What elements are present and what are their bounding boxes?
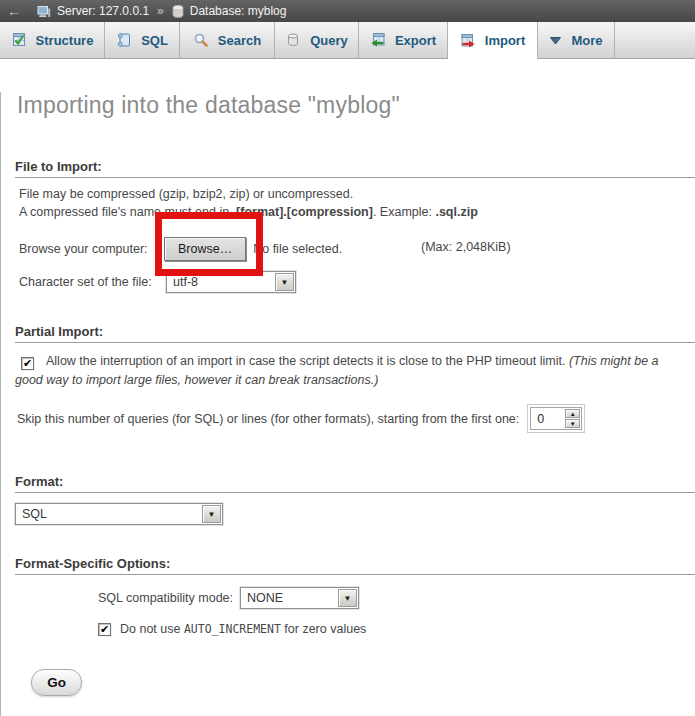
go-button[interactable]: Go bbox=[31, 669, 82, 696]
charset-select-value: utf-8 bbox=[167, 272, 274, 292]
breadcrumb-database[interactable]: Database: myblog bbox=[190, 4, 287, 18]
skip-queries-input-frame: 0 ▲ ▼ bbox=[527, 404, 585, 433]
max-size-note: (Max: 2,048KiB) bbox=[421, 240, 511, 254]
skip-queries-label: Skip this number of queries (for SQL) or… bbox=[17, 412, 519, 426]
auto-increment-suffix: for zero values bbox=[281, 622, 366, 636]
format-select-arrow-icon[interactable]: ▼ bbox=[202, 505, 221, 523]
sql-compatibility-arrow-icon[interactable]: ▼ bbox=[338, 589, 357, 607]
tab-search-label: Search bbox=[218, 33, 261, 48]
skip-queries-value: 0 bbox=[531, 408, 564, 429]
allow-interruption-row: ✔Allow the interruption of an import in … bbox=[15, 352, 681, 390]
tab-sql[interactable]: SQL bbox=[105, 22, 180, 58]
auto-increment-keyword: AUTO_INCREMENT bbox=[184, 622, 281, 636]
compression-note: File may be compressed (gzip, bzip2, zip… bbox=[19, 185, 679, 221]
filename-example: .sql.zip bbox=[435, 205, 477, 219]
spinner-down-icon[interactable]: ▼ bbox=[565, 419, 580, 428]
section-heading-format: Format: bbox=[15, 474, 695, 493]
filename-note-mid: . Example: bbox=[373, 205, 436, 219]
section-heading-partial-import: Partial Import: bbox=[15, 324, 695, 343]
charset-select[interactable]: utf-8 ▼ bbox=[166, 271, 296, 293]
section-heading-file-to-import: File to Import: bbox=[15, 159, 695, 178]
spinner-up-icon[interactable]: ▲ bbox=[565, 409, 580, 418]
sql-icon bbox=[116, 32, 132, 48]
tab-query[interactable]: Query bbox=[275, 22, 359, 58]
breadcrumb-separator: » bbox=[155, 4, 166, 18]
main-content: Importing into the database "myblog" Fil… bbox=[0, 92, 695, 716]
auto-increment-row: ✔ Do not use AUTO_INCREMENT for zero val… bbox=[98, 622, 695, 636]
sql-compatibility-row: SQL compatibility mode: NONE ▼ bbox=[98, 587, 695, 609]
database-icon bbox=[172, 5, 184, 18]
auto-increment-checkbox[interactable]: ✔ bbox=[98, 623, 111, 636]
back-arrow-icon[interactable]: ← bbox=[7, 3, 21, 19]
server-icon bbox=[37, 5, 51, 18]
tab-bar: Structure SQL Search Query Export bbox=[0, 22, 695, 59]
allow-interruption-text: Allow the interruption of an import in c… bbox=[46, 354, 569, 368]
skip-queries-row: Skip this number of queries (for SQL) or… bbox=[17, 404, 695, 433]
section-heading-format-specific: Format-Specific Options: bbox=[15, 556, 695, 575]
auto-increment-prefix: Do not use bbox=[120, 622, 184, 636]
page-title: Importing into the database "myblog" bbox=[17, 92, 679, 119]
tab-query-label: Query bbox=[310, 33, 348, 48]
filename-pattern: .[format].[compression] bbox=[233, 205, 373, 219]
charset-select-arrow-icon[interactable]: ▼ bbox=[275, 273, 294, 291]
tab-export[interactable]: Export bbox=[359, 22, 448, 58]
format-select[interactable]: SQL ▼ bbox=[15, 503, 223, 525]
chevron-down-icon bbox=[549, 34, 562, 47]
allow-interruption-checkbox[interactable]: ✔ bbox=[21, 357, 34, 370]
structure-icon bbox=[11, 32, 27, 48]
tab-structure-label: Structure bbox=[36, 33, 94, 48]
tab-import-label: Import bbox=[485, 33, 525, 48]
query-icon bbox=[285, 32, 301, 48]
tab-structure[interactable]: Structure bbox=[0, 22, 105, 58]
tab-more-label: More bbox=[571, 33, 602, 48]
tab-import[interactable]: Import bbox=[448, 22, 538, 59]
format-select-value: SQL bbox=[16, 504, 201, 524]
skip-queries-spinner: ▲ ▼ bbox=[564, 408, 581, 429]
tab-sql-label: SQL bbox=[141, 33, 168, 48]
sql-compatibility-label: SQL compatibility mode: bbox=[98, 591, 233, 605]
export-icon bbox=[370, 32, 386, 48]
browse-button[interactable]: Browse… bbox=[164, 237, 246, 261]
tab-search[interactable]: Search bbox=[180, 22, 275, 58]
import-icon bbox=[460, 33, 476, 49]
auto-increment-text: Do not use AUTO_INCREMENT for zero value… bbox=[120, 622, 366, 636]
filename-note-prefix: A compressed file's name must end in bbox=[19, 205, 233, 219]
tab-more[interactable]: More bbox=[538, 22, 615, 58]
tab-bar-filler bbox=[615, 22, 695, 58]
browse-row: Browse your computer: Browse… No file se… bbox=[19, 236, 695, 262]
format-row: SQL ▼ bbox=[15, 503, 695, 525]
browse-label: Browse your computer: bbox=[19, 242, 164, 256]
tab-export-label: Export bbox=[395, 33, 436, 48]
skip-queries-input[interactable]: 0 ▲ ▼ bbox=[530, 407, 582, 430]
breadcrumb-server[interactable]: Server: 127.0.0.1 bbox=[57, 4, 149, 18]
no-file-selected-text: No file selected. bbox=[253, 242, 342, 256]
breadcrumb-bar: ← Server: 127.0.0.1 » Database: myblog bbox=[0, 0, 695, 22]
sql-compatibility-value: NONE bbox=[241, 588, 337, 608]
compression-note-line1: File may be compressed (gzip, bzip2, zip… bbox=[19, 187, 353, 201]
charset-row: Character set of the file: utf-8 ▼ bbox=[19, 271, 695, 293]
charset-label: Character set of the file: bbox=[19, 275, 166, 289]
search-icon bbox=[193, 32, 209, 48]
sql-compatibility-select[interactable]: NONE ▼ bbox=[240, 587, 359, 609]
